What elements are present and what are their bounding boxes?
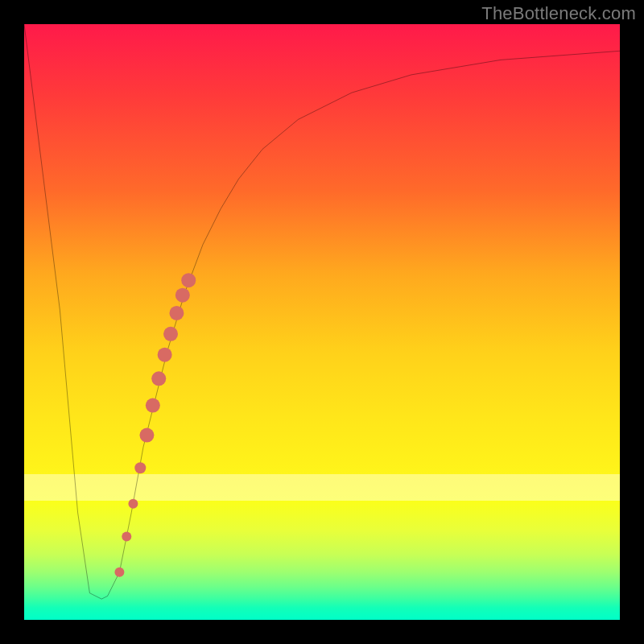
data-marker — [181, 273, 196, 287]
curve-svg — [24, 24, 620, 620]
highlight-band — [24, 474, 620, 501]
chart-frame: TheBottleneck.com — [0, 0, 644, 644]
data-marker — [158, 348, 172, 362]
data-marker — [114, 568, 124, 577]
data-markers — [114, 273, 196, 577]
attribution-text: TheBottleneck.com — [481, 3, 636, 24]
plot-area — [24, 24, 620, 620]
data-marker — [151, 371, 166, 386]
data-marker — [169, 306, 184, 320]
data-marker — [175, 288, 190, 303]
data-marker — [128, 499, 138, 509]
bottleneck-curve — [24, 24, 620, 599]
data-marker — [122, 531, 131, 541]
data-marker — [139, 428, 154, 443]
data-marker — [163, 327, 178, 341]
data-marker — [146, 398, 160, 413]
data-marker — [134, 462, 146, 473]
